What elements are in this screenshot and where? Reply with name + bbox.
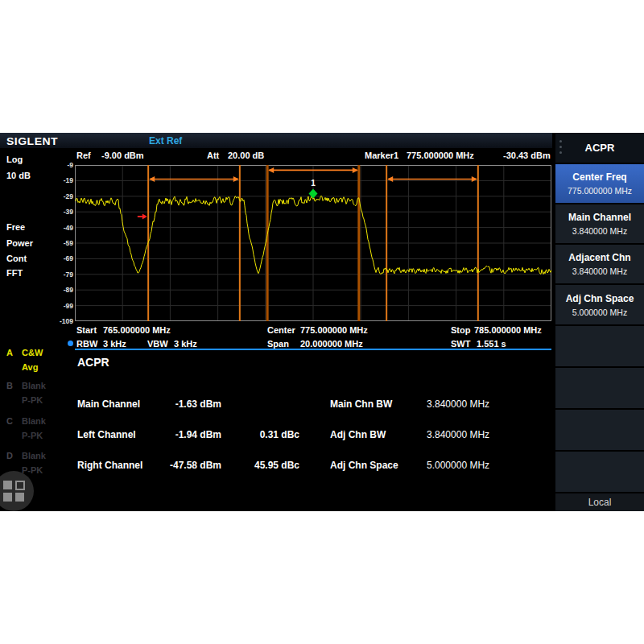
softkey-adjacent-chn[interactable]: Adjacent Chn 3.840000 MHz <box>555 245 644 283</box>
stop-freq-label: Stop <box>451 325 470 335</box>
vbw-value: 3 kHz <box>174 339 197 349</box>
y-axis-tick-label: -79 <box>47 270 73 279</box>
trace-c-legend[interactable]: CBlank P-PK <box>6 416 46 440</box>
arrowhead-left <box>387 176 393 182</box>
softkey-label: Adjacent Chn <box>568 252 630 263</box>
grid-icon <box>15 493 24 502</box>
softkey-center-freq[interactable]: Center Freq 775.000000 MHz <box>555 164 644 203</box>
result-row-label2: Adj Chn Space <box>330 460 398 471</box>
y-axis-tick-label: -29 <box>47 192 73 200</box>
swt-value: 1.551 s <box>477 339 506 349</box>
softkey-empty-slot[interactable] <box>555 410 644 450</box>
power-mode: Power <box>6 238 33 248</box>
vbw-label: VBW <box>147 339 168 349</box>
softkey-value: 3.840000 MHz <box>572 226 627 236</box>
arrowhead-right <box>233 176 239 182</box>
arrowhead-right <box>472 176 477 182</box>
grid-icon <box>3 493 12 502</box>
sweep-mode: Cont <box>6 254 27 263</box>
start-freq-value: 765.000000 MHz <box>103 325 171 335</box>
trace-a-legend[interactable]: AC&W Avg <box>6 348 43 372</box>
center-freq-value: 775.000000 MHz <box>300 325 368 335</box>
ext-ref-indicator: Ext Ref <box>149 135 182 147</box>
trace-a-id: A <box>6 348 22 357</box>
trace-b-type: Blank <box>22 381 46 390</box>
trace-c-id: C <box>6 416 22 426</box>
marker-readout-ampl: -30.43 dBm <box>503 151 551 160</box>
spectrum-display: 1 <box>75 165 551 321</box>
y-axis-tick-label: -99 <box>47 302 73 310</box>
softkey-value: 5.000000 MHz <box>572 308 627 317</box>
ref-level-value: -9.00 dBm <box>101 151 144 160</box>
softkey-label: Adj Chn Space <box>566 293 634 304</box>
marker-1-label: 1 <box>311 179 316 188</box>
result-row-value2: 3.840000 MHz <box>427 398 489 410</box>
trace-a-type: C&W <box>22 348 43 357</box>
y-axis-tick-label: -69 <box>47 254 73 262</box>
softkey-main-channel[interactable]: Main Channel 3.840000 MHz <box>555 204 644 243</box>
arrowhead-right <box>353 167 358 173</box>
result-row-ratio: 45.95 dBc <box>225 460 299 471</box>
trace-d-id: D <box>6 451 22 460</box>
result-row-value2: 3.840000 MHz <box>427 429 489 440</box>
y-axis-tick-label: -49 <box>47 224 73 232</box>
y-axis-tick-label: -89 <box>47 286 73 294</box>
siglent-logo: SIGLENT <box>6 134 58 147</box>
trace-d-detector: P-PK <box>22 465 46 475</box>
top-bar: SIGLENT Ext Ref <box>0 133 552 148</box>
softkey-empty-slot[interactable] <box>555 452 644 492</box>
y-axis-tick-label: -109 <box>47 317 73 325</box>
softkey-adj-chn-space[interactable]: Adj Chn Space 5.000000 MHz <box>555 285 644 324</box>
result-row-power: -1.94 dBm <box>141 429 221 440</box>
analyzer-screen: SIGLENT Ext Ref Ref -9.00 dBm Att 20.00 … <box>0 133 644 511</box>
y-axis-tick-label: -9 <box>47 161 73 169</box>
start-freq-label: Start <box>76 325 97 335</box>
softkey-empty-slot[interactable] <box>555 368 644 408</box>
fft-mode: FFT <box>6 268 23 278</box>
trigger-mode: Free <box>6 222 25 232</box>
y-axis-tick-label: -59 <box>47 239 73 247</box>
arrowhead-left <box>268 167 274 173</box>
menu-dots-icon[interactable] <box>559 140 562 154</box>
trace-a-detector: Avg <box>22 362 43 372</box>
result-row-power: -1.63 dBm <box>141 398 221 410</box>
softkey-value: 775.000000 MHz <box>568 186 632 196</box>
grid-icon <box>3 481 12 489</box>
results-title: ACPR <box>77 356 109 369</box>
trace-c-detector: P-PK <box>22 431 46 440</box>
arrowhead-left <box>149 176 155 182</box>
home-menu-button[interactable] <box>0 471 34 511</box>
y-axis-tick-label: -39 <box>47 208 73 216</box>
marker-readout-freq: 775.000000 MHz <box>407 151 474 160</box>
span-value: 20.000000 MHz <box>300 339 363 349</box>
result-row-label2: Adj Chn BW <box>330 429 386 440</box>
softkey-empty-slot[interactable] <box>555 326 644 366</box>
main-display-area: SIGLENT Ext Ref Ref -9.00 dBm Att 20.00 … <box>0 133 555 511</box>
page: SIGLENT Ext Ref Ref -9.00 dBm Att 20.00 … <box>0 0 644 644</box>
result-row-label2: Main Chn BW <box>330 398 392 410</box>
trace-d-type: Blank <box>22 451 46 460</box>
result-row-label: Right Channel <box>77 460 142 471</box>
local-button[interactable]: Local <box>555 493 644 511</box>
trace-b-id: B <box>6 381 22 390</box>
softkey-menu: ACPR Center Freq 775.000000 MHz Main Cha… <box>555 133 644 511</box>
aux-marker-icon <box>142 214 147 220</box>
grid-icon <box>15 481 25 490</box>
center-freq-label: Center <box>267 325 295 335</box>
attenuation-label: Att <box>207 151 219 160</box>
span-label: Span <box>267 339 289 349</box>
trace-b-legend[interactable]: BBlank P-PK <box>6 381 46 405</box>
separator-line <box>75 349 551 350</box>
menu-title: ACPR <box>585 142 615 154</box>
scale-per-div: 10 dB <box>6 171 31 180</box>
result-row-ratio: 0.31 dBc <box>225 429 299 440</box>
scale-type: Log <box>6 155 23 164</box>
stop-freq-value: 785.000000 MHz <box>474 325 542 335</box>
softkey-value: 3.840000 MHz <box>572 266 627 276</box>
marker-1-diamond <box>309 189 318 199</box>
attenuation-value: 20.00 dB <box>228 151 264 160</box>
softkey-label: Center Freq <box>572 171 626 183</box>
rbw-coupled-indicator <box>68 341 73 346</box>
rbw-value: 3 kHz <box>103 339 126 349</box>
result-row-value2: 5.000000 MHz <box>427 460 489 471</box>
